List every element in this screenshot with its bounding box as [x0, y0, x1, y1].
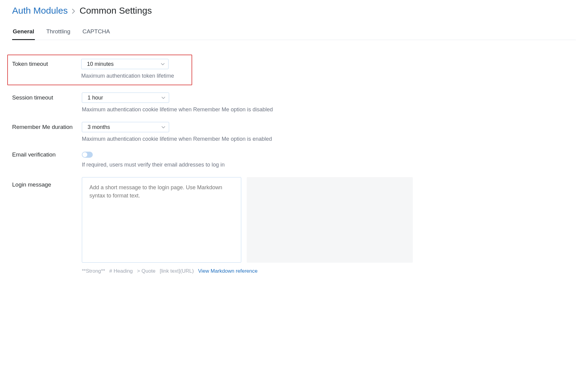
remember-me-label: Remember Me duration: [12, 124, 82, 130]
login-message-section: Login message **Strong** # Heading > Quo…: [12, 177, 576, 274]
session-timeout-value: 1 hour: [88, 95, 103, 101]
chevron-down-icon: [162, 125, 165, 130]
tab-general[interactable]: General: [12, 28, 35, 40]
page-title: Common Settings: [79, 5, 152, 16]
tabs: General Throttling CAPTCHA: [12, 28, 576, 40]
login-message-input[interactable]: [82, 177, 241, 263]
markdown-hint-link: [link text](URL): [160, 268, 194, 274]
markdown-hint-heading: # Heading: [109, 268, 133, 274]
toggle-knob: [82, 152, 87, 157]
markdown-hint-strong: **Strong**: [82, 268, 105, 274]
remember-me-help: Maximum authentication cookie lifetime w…: [82, 136, 576, 142]
session-timeout-label: Session timeout: [12, 94, 82, 101]
breadcrumb: Auth Modules Common Settings: [12, 5, 576, 16]
login-message-preview: [247, 177, 413, 263]
chevron-down-icon: [161, 62, 165, 66]
chevron-right-icon: [72, 8, 75, 15]
login-message-label: Login message: [12, 177, 82, 188]
markdown-reference-link[interactable]: View Markdown reference: [198, 268, 257, 274]
email-verification-label: Email verification: [12, 151, 82, 158]
remember-me-value: 3 months: [88, 124, 110, 130]
remember-me-select[interactable]: 3 months: [82, 122, 169, 132]
session-timeout-select[interactable]: 1 hour: [82, 93, 169, 103]
remember-me-section: Remember Me duration 3 months Maximum au…: [12, 122, 576, 142]
email-verification-help: If required, users must verify their ema…: [82, 162, 576, 168]
token-timeout-help: Maximum authentication token lifetime: [81, 73, 187, 79]
breadcrumb-parent-link[interactable]: Auth Modules: [12, 5, 68, 16]
chevron-down-icon: [162, 95, 165, 100]
token-timeout-value: 10 minutes: [87, 61, 114, 67]
email-verification-section: Email verification If required, users mu…: [12, 151, 576, 168]
tab-captcha[interactable]: CAPTCHA: [82, 28, 111, 40]
markdown-hint-quote: > Quote: [137, 268, 155, 274]
token-timeout-label: Token timeout: [12, 61, 81, 67]
token-timeout-section: Token timeout 10 minutes Maximum authent…: [7, 55, 192, 85]
token-timeout-select[interactable]: 10 minutes: [81, 59, 169, 69]
tab-throttling[interactable]: Throttling: [46, 28, 71, 40]
session-timeout-help: Maximum authentication cookie lifetime w…: [82, 106, 576, 113]
email-verification-toggle[interactable]: [82, 152, 93, 158]
markdown-hint: **Strong** # Heading > Quote [link text]…: [82, 268, 576, 274]
session-timeout-section: Session timeout 1 hour Maximum authentic…: [12, 93, 576, 113]
